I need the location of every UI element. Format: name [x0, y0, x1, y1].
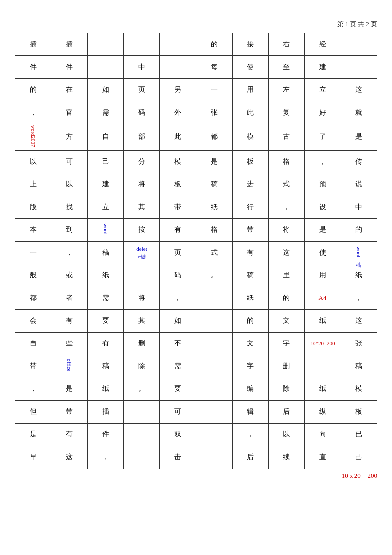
page-footer: 10 x 20 = 200	[15, 472, 377, 480]
table-cell: 用	[232, 79, 268, 101]
table-cell: 辑	[232, 400, 268, 423]
table-cell: 自	[87, 124, 123, 151]
table-cell	[196, 332, 232, 355]
table-cell: 不	[160, 332, 196, 355]
table-cell: ，	[160, 287, 196, 309]
table-cell: 码	[160, 264, 196, 287]
table-cell: 的	[196, 33, 232, 56]
table-cell: 字	[269, 332, 305, 355]
table-cell: 方	[51, 124, 87, 151]
table-cell: 左	[269, 79, 305, 101]
table-cell	[341, 56, 377, 79]
table-cell: 有	[232, 241, 268, 264]
table-cell: 删	[123, 332, 159, 355]
table-cell: 件	[87, 423, 123, 446]
table-cell: ，	[305, 150, 341, 173]
table-cell: 带	[232, 218, 268, 241]
table-cell: 板	[160, 173, 196, 196]
table-cell: 这	[341, 309, 377, 332]
table-cell: 是	[196, 150, 232, 173]
table-cell: 页	[123, 79, 159, 101]
table-cell	[196, 355, 232, 378]
table-cell: 设	[305, 196, 341, 218]
table-cell: 到	[51, 218, 87, 241]
table-cell: ，	[15, 378, 51, 400]
table-cell: 一	[196, 79, 232, 101]
table-cell: 复	[269, 101, 305, 124]
table-cell: 需	[87, 287, 123, 309]
table-cell: 中	[123, 56, 159, 79]
table-cell: 至	[269, 56, 305, 79]
table-cell: ，	[15, 101, 51, 124]
table-cell: 是	[341, 124, 377, 151]
table-cell: 纸	[305, 378, 341, 400]
table-cell: 向	[305, 423, 341, 446]
table-cell: 好	[305, 101, 341, 124]
table-cell: 建	[305, 56, 341, 79]
table-cell: 张	[341, 332, 377, 355]
table-cell: 是	[51, 378, 87, 400]
table-cell: ，	[232, 423, 268, 446]
table-cell: 古	[269, 124, 305, 151]
table-cell: 直	[305, 446, 341, 469]
table-cell	[196, 400, 232, 423]
table-cell: 码	[123, 101, 159, 124]
table-cell	[196, 287, 232, 309]
table-cell: 格	[269, 150, 305, 173]
table-cell	[196, 446, 232, 469]
table-cell	[196, 423, 232, 446]
table-cell: 需	[160, 355, 196, 378]
table-cell: 或	[51, 264, 87, 287]
table-cell: 是	[15, 423, 51, 446]
table-cell: 纸	[305, 309, 341, 332]
table-cell: 纵	[305, 400, 341, 423]
table-cell: 后	[269, 400, 305, 423]
table-cell: 有	[51, 309, 87, 332]
table-cell: 立	[87, 196, 123, 218]
table-cell: 找	[51, 196, 87, 218]
table-cell: 模	[341, 378, 377, 400]
table-cell: 。	[196, 264, 232, 287]
table-cell	[305, 355, 341, 378]
table-cell: 将	[269, 218, 305, 241]
table-cell: 式	[196, 241, 232, 264]
table-cell: 稿	[87, 355, 123, 378]
table-cell: 除	[123, 355, 159, 378]
table-cell: 进	[232, 173, 268, 196]
table-cell: 已	[341, 423, 377, 446]
table-cell: 稿	[87, 241, 123, 264]
table-cell: 如	[160, 309, 196, 332]
table-cell: 的	[15, 79, 51, 101]
table-cell: 纸	[87, 264, 123, 287]
table-cell: 另	[160, 79, 196, 101]
table-cell: 将	[123, 287, 159, 309]
table-cell: 纸	[232, 287, 268, 309]
table-cell: word稿	[341, 241, 377, 264]
table-cell: 有	[160, 218, 196, 241]
table-cell: 此	[160, 124, 196, 151]
table-cell: 部	[123, 124, 159, 151]
table-cell: 续	[269, 446, 305, 469]
table-cell: 页	[160, 241, 196, 264]
table-cell: 编	[232, 378, 268, 400]
table-cell: 使	[232, 56, 268, 79]
table-cell: 的	[232, 309, 268, 332]
table-cell: 模	[160, 150, 196, 173]
table-cell: 插	[51, 33, 87, 56]
table-cell: 带	[15, 355, 51, 378]
table-cell: 这	[269, 241, 305, 264]
table-cell: 双	[160, 423, 196, 446]
table-cell: 有	[51, 423, 87, 446]
table-cell: 般	[15, 264, 51, 287]
table-cell: 经	[305, 33, 341, 56]
table-cell: 文	[232, 332, 268, 355]
table-cell	[160, 56, 196, 79]
table-cell: 板	[341, 400, 377, 423]
table-cell: 以	[15, 150, 51, 173]
table-cell: 张	[196, 101, 232, 124]
table-cell: 板	[232, 150, 268, 173]
table-cell: 以	[51, 173, 87, 196]
table-cell: 按	[123, 218, 159, 241]
table-cell: 接	[232, 33, 268, 56]
table-cell: 己	[87, 150, 123, 173]
